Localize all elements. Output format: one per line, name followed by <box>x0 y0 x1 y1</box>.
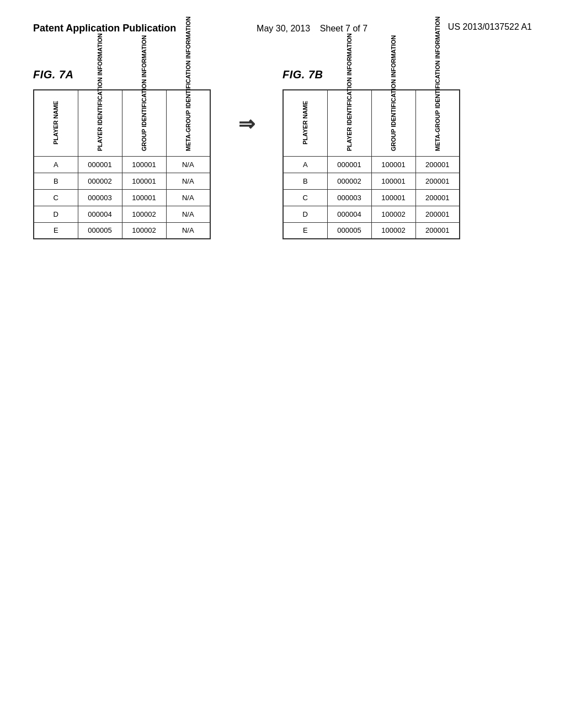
header: Patent Application Publication May 30, 2… <box>33 22 532 35</box>
table-row: D000004100002200001 <box>283 206 460 222</box>
table-row: C000003100001N/A <box>34 189 210 206</box>
table-cell: 000001 <box>78 156 122 173</box>
table-cell: N/A <box>166 206 210 222</box>
fig7a-label: FIG. 7A <box>33 68 74 81</box>
header-title: Patent Application Publication <box>33 22 176 35</box>
table-cell: 100002 <box>122 206 166 222</box>
table-cell: 100001 <box>371 189 415 206</box>
table-cell: 200001 <box>415 173 460 189</box>
fig7a-col-player-id: PLAYER IDENTIFICATION INFORMATION <box>78 90 122 156</box>
table-cell: A <box>34 156 78 173</box>
fig7b-label: FIG. 7B <box>282 68 323 81</box>
table-cell: C <box>283 189 327 206</box>
table-cell: A <box>283 156 327 173</box>
page: Patent Application Publication May 30, 2… <box>0 0 565 728</box>
table-row: C000003100001200001 <box>283 189 460 206</box>
table-cell: 200001 <box>415 189 460 206</box>
fig7b-col-player-id: PLAYER IDENTIFICATION INFORMATION <box>327 90 371 156</box>
table-cell: 000004 <box>78 206 122 222</box>
figure-7b-block: FIG. 7B PLAYER NAME PLAYER IDENTIFICATIO… <box>282 68 460 239</box>
table-cell: 000003 <box>327 189 371 206</box>
table-cell: 100001 <box>371 173 415 189</box>
transform-arrow: ⇒ <box>238 113 255 136</box>
table-row: E000005100002200001 <box>283 222 460 239</box>
table-cell: D <box>34 206 78 222</box>
figures-container: FIG. 7A PLAYER NAME PLAYER IDENTIFICATIO… <box>33 68 532 239</box>
table-cell: 100002 <box>371 206 415 222</box>
table-cell: 200001 <box>415 156 460 173</box>
table-cell: B <box>283 173 327 189</box>
table-cell: 000005 <box>327 222 371 239</box>
table-cell: E <box>34 222 78 239</box>
table-cell: 100001 <box>122 189 166 206</box>
table-row: B000002100001200001 <box>283 173 460 189</box>
table-cell: B <box>34 173 78 189</box>
figure-7a-block: FIG. 7A PLAYER NAME PLAYER IDENTIFICATIO… <box>33 68 211 239</box>
table-cell: 200001 <box>415 222 460 239</box>
table-cell: 000001 <box>327 156 371 173</box>
table-row: D000004100002N/A <box>34 206 210 222</box>
table-cell: D <box>283 206 327 222</box>
fig7a-col-group-id: GROUP IDENTIFICATION INFORMATION <box>122 90 166 156</box>
arrow-container: ⇒ <box>222 113 271 136</box>
fig7b-table: PLAYER NAME PLAYER IDENTIFICATION INFORM… <box>282 89 460 239</box>
table-cell: N/A <box>166 222 210 239</box>
fig7b-col-meta-group-id: META-GROUP IDENTIFICATION INFORMATION <box>415 90 460 156</box>
fig7a-col-meta-group-id: META-GROUP IDENTIFICATION INFORMATION <box>166 90 210 156</box>
fig7b-col-player-name: PLAYER NAME <box>283 90 327 156</box>
fig7a-col-player-name: PLAYER NAME <box>34 90 78 156</box>
table-cell: 100001 <box>122 173 166 189</box>
table-cell: 100002 <box>122 222 166 239</box>
table-cell: N/A <box>166 173 210 189</box>
table-cell: 000004 <box>327 206 371 222</box>
table-cell: 200001 <box>415 206 460 222</box>
table-cell: N/A <box>166 156 210 173</box>
table-row: B000002100001N/A <box>34 173 210 189</box>
table-row: A000001100001200001 <box>283 156 460 173</box>
table-cell: 000002 <box>327 173 371 189</box>
table-cell: C <box>34 189 78 206</box>
fig7b-col-group-id: GROUP IDENTIFICATION INFORMATION <box>371 90 415 156</box>
table-cell: 100001 <box>122 156 166 173</box>
table-cell: N/A <box>166 189 210 206</box>
header-date: May 30, 2013 <box>257 24 310 33</box>
fig7a-table: PLAYER NAME PLAYER IDENTIFICATION INFORM… <box>33 89 211 239</box>
table-cell: 000002 <box>78 173 122 189</box>
table-cell: 000005 <box>78 222 122 239</box>
table-row: A000001100001N/A <box>34 156 210 173</box>
table-cell: 000003 <box>78 189 122 206</box>
table-row: E000005100002N/A <box>34 222 210 239</box>
table-cell: 100002 <box>371 222 415 239</box>
table-cell: E <box>283 222 327 239</box>
header-sheet: Sheet 7 of 7 <box>320 24 367 33</box>
header-patent: US 2013/0137522 A1 <box>448 22 532 32</box>
table-cell: 100001 <box>371 156 415 173</box>
